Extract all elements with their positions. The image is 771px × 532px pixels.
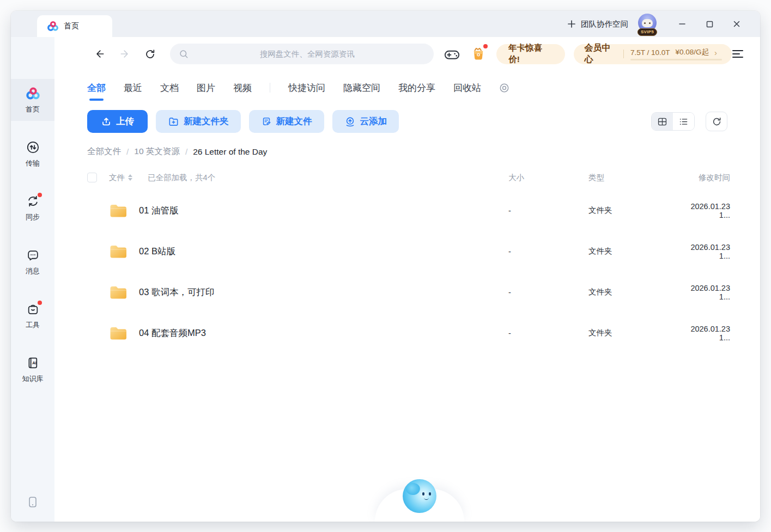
cloud-add-button[interactable]: 云添加: [332, 110, 399, 133]
tab-home[interactable]: 首页: [37, 15, 112, 37]
search-input[interactable]: [189, 50, 425, 58]
breadcrumb-parent[interactable]: 10 英文资源: [134, 146, 180, 157]
chevron-right-icon: ›: [714, 48, 717, 57]
folder-icon: [109, 203, 128, 218]
tab-recent[interactable]: 最近: [124, 82, 142, 94]
promo-button[interactable]: 年卡惊喜价!: [496, 44, 564, 64]
sidebar: 首页 传输: [11, 37, 54, 522]
mascot-face: [403, 479, 436, 513]
tab-all[interactable]: 全部: [87, 82, 106, 94]
user-avatar[interactable]: SVIP5: [637, 12, 658, 36]
file-name: 03 歌词本，可打印: [139, 286, 214, 298]
tabs-settings-icon[interactable]: [499, 83, 509, 93]
close-button[interactable]: [723, 11, 750, 37]
tab-recycle-bin[interactable]: 回收站: [453, 82, 481, 94]
file-row[interactable]: 02 B站版 - 文件夹 2026.01.23 1...: [54, 231, 760, 272]
upload-label: 上传: [116, 115, 134, 127]
ai-knowledge-icon: AI: [26, 356, 40, 370]
sidebar-item-knowledge[interactable]: AI 知识库: [11, 348, 54, 390]
svg-text:AI: AI: [32, 360, 37, 365]
vip-center-label: 会员中心: [585, 42, 617, 65]
sync-icon: [26, 194, 40, 209]
file-row[interactable]: 01 油管版 - 文件夹 2026.01.23 1...: [54, 190, 760, 231]
vip-center-button[interactable]: 会员中心 7.5T / 10.0T ¥0.08/G起 ›: [574, 44, 732, 64]
type-column-header: 类型: [588, 173, 678, 183]
cloud-add-label: 云添加: [360, 115, 387, 127]
app-window: 首页 团队协作空间 SVIP5: [11, 11, 760, 522]
breadcrumb: 全部文件 / 10 英文资源 / 26 Letter of the Day: [87, 146, 760, 157]
storage-summary: 7.5T / 10.0T ¥0.08/G起 ›: [630, 47, 722, 60]
refresh-list-button[interactable]: [706, 112, 727, 131]
sidebar-item-transfer[interactable]: 传输: [11, 133, 54, 175]
forward-button[interactable]: [117, 48, 132, 59]
main-menu-icon[interactable]: [732, 50, 744, 58]
action-bar: 上传 新建文件夹: [87, 110, 727, 133]
sidebar-item-tools[interactable]: 工具: [11, 295, 54, 337]
file-type: 文件夹: [588, 246, 678, 256]
tab-hidden-space[interactable]: 隐藏空间: [343, 82, 380, 94]
view-toggle: [651, 112, 695, 131]
file-time: 2026.01.23 1...: [678, 325, 730, 342]
tab-videos[interactable]: 视频: [233, 82, 252, 94]
folder-icon: [109, 243, 128, 259]
file-row[interactable]: 04 配套音频MP3 - 文件夹 2026.01.23 1...: [54, 313, 760, 353]
refresh-page-button[interactable]: [142, 48, 158, 60]
file-time: 2026.01.23 1...: [678, 243, 730, 260]
new-folder-label: 新建文件夹: [184, 115, 229, 127]
file-row[interactable]: 03 歌词本，可打印 - 文件夹 2026.01.23 1...: [54, 272, 760, 313]
file-size: -: [508, 247, 588, 256]
sidebar-item-messages[interactable]: 消息: [11, 241, 54, 283]
transfer-icon: [26, 140, 40, 155]
home-logo-icon: [26, 86, 40, 101]
ai-assistant-mascot[interactable]: [375, 482, 464, 522]
tab-my-shares[interactable]: 我的分享: [398, 82, 435, 94]
grid-view-button[interactable]: [652, 113, 673, 130]
new-folder-button[interactable]: 新建文件夹: [156, 110, 241, 133]
new-file-button[interactable]: 新建文件: [249, 110, 324, 133]
team-space-button[interactable]: 团队协作空间: [567, 19, 628, 29]
category-tabs: 全部 最近 文档 图片 视频 快捷访问 隐藏空间 我的分享 回收站: [87, 77, 760, 98]
sidebar-item-label: 工具: [26, 320, 40, 330]
breadcrumb-separator: /: [185, 147, 187, 157]
breadcrumb-separator: /: [126, 147, 129, 157]
storage-price-text: ¥0.08/G起: [676, 47, 709, 57]
sidebar-item-sync[interactable]: 同步: [11, 187, 54, 229]
breadcrumb-current: 26 Letter of the Day: [193, 147, 267, 157]
upload-button[interactable]: 上传: [87, 110, 148, 133]
back-button[interactable]: [92, 48, 107, 59]
new-file-icon: [261, 116, 272, 127]
tab-documents[interactable]: 文档: [160, 82, 179, 94]
breadcrumb-root[interactable]: 全部文件: [87, 146, 121, 157]
upload-icon: [101, 116, 112, 127]
file-name: 02 B站版: [139, 246, 175, 258]
team-space-label: 团队协作空间: [581, 19, 628, 29]
select-all-checkbox[interactable]: [87, 173, 97, 182]
list-view-button[interactable]: [673, 113, 694, 130]
maximize-button[interactable]: [696, 11, 723, 37]
tab-title: 首页: [64, 21, 79, 31]
file-time: 2026.01.23 1...: [678, 202, 730, 219]
sidebar-item-label: 消息: [26, 266, 40, 276]
file-name: 04 配套音频MP3: [139, 327, 206, 339]
file-type: 文件夹: [588, 287, 678, 297]
file-type: 文件夹: [588, 328, 678, 338]
sidebar-item-label: 同步: [26, 212, 40, 222]
minimize-button[interactable]: [669, 11, 696, 37]
tab-pictures[interactable]: 图片: [197, 82, 215, 94]
file-size: -: [508, 288, 588, 297]
games-icon[interactable]: [444, 47, 460, 61]
search-bar[interactable]: [170, 44, 434, 64]
sort-toggle[interactable]: [128, 174, 132, 181]
tab-quick-access[interactable]: 快捷访问: [288, 82, 325, 94]
gift-bag-icon[interactable]: [470, 46, 487, 62]
titlebar: 首页 团队协作空间 SVIP5: [11, 11, 760, 37]
mobile-device-icon[interactable]: [27, 496, 39, 509]
sidebar-item-home[interactable]: 首页: [11, 79, 54, 121]
titlebar-right: 团队协作空间 SVIP5: [567, 11, 760, 37]
new-folder-icon: [168, 116, 179, 127]
gift-badge-dot: [483, 44, 488, 48]
search-icon: [179, 49, 189, 59]
storage-usage-text: 7.5T / 10.0T: [630, 48, 670, 57]
time-column-header: 修改时间: [678, 173, 730, 183]
view-controls: [651, 112, 727, 131]
